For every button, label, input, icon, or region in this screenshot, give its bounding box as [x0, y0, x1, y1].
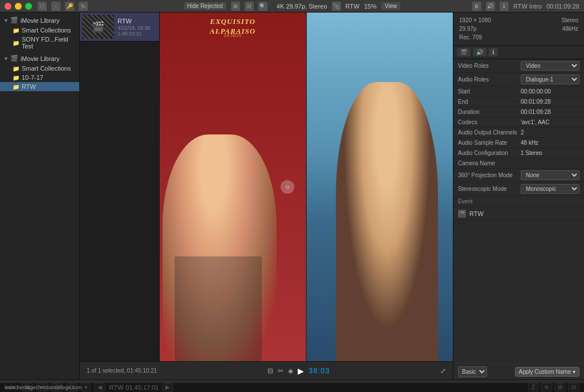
sample-rate-value: 48 kHz — [521, 140, 579, 146]
inspector-row-sample-rate: Audio Sample Rate 48 kHz — [453, 138, 584, 148]
sidebar-item-sony-fd[interactable]: 📁 SONY FD...Field Test — [0, 35, 79, 51]
clip-date: 4/22/18, 16:36 — [117, 25, 151, 31]
inspector-row-audio-config: Audio Configuration 1 Stereo — [453, 148, 584, 158]
inspector-row-camera-name: Camera Name — [453, 158, 584, 169]
maximize-button[interactable] — [25, 3, 32, 10]
refresh-icon[interactable]: ↻ — [79, 2, 88, 11]
audio-config-label: Audio Configuration — [458, 150, 521, 156]
clip-name: RTW — [117, 18, 151, 24]
play-button[interactable]: ▶ — [298, 366, 304, 375]
sample-rate-label: Audio Sample Rate — [458, 140, 521, 146]
chevron-icon-2: ▼ — [3, 56, 9, 62]
preview-container: 🎬 RTW 4/22/18, 16:36 1:45:10:21 EXQUISIT… — [80, 13, 453, 361]
monitor-icon[interactable]: 🖥 — [472, 2, 481, 11]
clip-mode-icon[interactable]: ✂ — [278, 367, 283, 375]
audio-tab[interactable]: 🔊 — [473, 48, 486, 56]
duration-value: 00:01:09:28 — [521, 109, 579, 115]
timecode-display: 00:01:09:28 — [546, 3, 579, 10]
preset-dropdown[interactable]: Basic — [458, 366, 487, 377]
inspector-panel: 1920 × 1080 29.97p Rec. 709 Stereo 48kHz… — [453, 13, 584, 379]
library-2-label: iMovie Library — [21, 55, 59, 62]
inspector-meta: 1920 × 1080 29.97p Rec. 709 — [459, 16, 491, 42]
sidebar-item-smart-collections-1[interactable]: 📁 Smart Collections — [0, 26, 79, 35]
audio-config-value: 1 Stereo — [521, 150, 579, 156]
inspector-event-rtw: 🎬 RTW — [453, 207, 584, 220]
sony-fd-label: SONY FD...Field Test — [22, 36, 76, 50]
selection-info: 1 of 1 selected, 01:45:10:21 — [87, 368, 157, 374]
chevron-icon: ▼ — [3, 18, 9, 23]
bottom-controls: 1 of 1 selected, 01:45:10:21 ⊟ ✂ ◈ ▶ 38:… — [80, 361, 453, 379]
titlebar-center: Hide Rejected ⊞ ⊟ 🔍 4K 29.97p, Stereo 📎 … — [184, 2, 400, 11]
inspector-row-stereo-mode: Stereoscopic Mode Monoscopic — [453, 182, 584, 196]
inspector-row-start: Start 00:00:00:00 — [453, 87, 584, 97]
sidebar-item-rtw[interactable]: 📁 RTW — [0, 82, 79, 91]
inspector-row-audio-channels: Audio Output Channels 2 — [453, 128, 584, 138]
fullscreen-icon[interactable]: ⤢ — [440, 367, 446, 375]
search-icon[interactable]: 🔍 — [258, 2, 267, 11]
codecs-value: 'avc1', AAC — [521, 119, 579, 125]
clip-duration: 1:45:10:21 — [117, 31, 151, 36]
library-1-label: iMovie Library — [21, 17, 59, 24]
framerate-label: 29.97p — [459, 24, 491, 33]
preview-area: 🎬 RTW 4/22/18, 16:36 1:45:10:21 EXQUISIT… — [80, 13, 453, 379]
sidebar-item-10-7-17[interactable]: 📁 10-7-17 — [0, 73, 79, 82]
info-tab[interactable]: ℹ — [489, 48, 498, 56]
main-preview[interactable]: EXQUISITOALPARAISO 24 NOV ○ — [160, 13, 453, 361]
filmstrip-area: 🎬 RTW 4/22/18, 16:36 1:45:10:21 — [80, 13, 160, 361]
library-icon: 🎬 — [10, 17, 18, 24]
stereo-mode-label: Stereoscopic Mode — [458, 186, 521, 192]
key-icon[interactable]: 🔑 — [65, 2, 74, 11]
folder-icon: 📁 — [13, 40, 19, 46]
stereo-mode-dropdown[interactable]: Monoscopic — [521, 184, 579, 194]
end-label: End — [458, 99, 521, 105]
smart-collections-1-label: Smart Collections — [22, 27, 71, 34]
clip-icon[interactable]: 📎 — [332, 2, 341, 11]
sidebar-library-2[interactable]: ▼ 🎬 iMovie Library — [0, 53, 79, 64]
view-button[interactable]: View — [381, 2, 400, 10]
project-title: RTW Intro — [513, 3, 542, 10]
filmstrip-item-rtw[interactable]: 🎬 RTW 4/22/18, 16:36 1:45:10:21 — [80, 13, 159, 42]
preview-left-panel: EXQUISITOALPARAISO 24 NOV ○ — [160, 13, 306, 361]
grid-icon[interactable]: ⊟ — [245, 2, 254, 11]
10-7-17-label: 10-7-17 — [22, 74, 43, 81]
timecode-display: 38:03 — [309, 366, 330, 375]
zoom-label: 15% — [364, 3, 376, 10]
sidebar-item-smart-collections-2[interactable]: 📁 Smart Collections — [0, 64, 79, 73]
start-value: 00:00:00:00 — [521, 88, 579, 95]
sidebar-library-1[interactable]: ▼ 🎬 iMovie Library — [0, 15, 79, 26]
video-roles-dropdown[interactable]: Video — [521, 61, 579, 71]
bottom-right-controls: ⤢ — [440, 367, 446, 375]
trim-icon[interactable]: ◈ — [288, 367, 293, 375]
inspector-content: Video Roles Video Audio Roles Dialogue-1… — [453, 59, 584, 364]
filter-icon[interactable]: ⊞ — [231, 2, 240, 11]
event-section-label: Event — [458, 198, 473, 205]
folder-icon: 📁 — [13, 66, 19, 72]
titlebar-icons: ⬡ ↑ 🔑 ↻ — [38, 2, 88, 11]
library-icon-2: 🎬 — [10, 55, 18, 62]
outdoor-person — [336, 82, 438, 361]
url-text: www.heritagechristiancollege.com — [5, 385, 82, 390]
playback-controls: ⊟ ✂ ◈ ▶ 38:03 — [267, 366, 330, 375]
inspector-event-section: Event — [453, 196, 584, 207]
minimize-button[interactable] — [15, 3, 22, 10]
sidebar: ▼ 🎬 iMovie Library 📁 Smart Collections 📁… — [0, 13, 80, 379]
speaker-icon[interactable]: 🔊 — [486, 2, 495, 11]
video-roles-label: Video Roles — [458, 63, 521, 69]
end-value: 00:01:09:28 — [521, 99, 579, 105]
hide-rejected-button[interactable]: Hide Rejected — [184, 2, 226, 10]
aspect-ratio-icon[interactable]: ⊟ — [267, 367, 273, 375]
smart-collections-2-label: Smart Collections — [22, 65, 71, 72]
library-icon[interactable]: ⬡ — [38, 2, 47, 11]
share-icon[interactable]: ↑ — [51, 2, 60, 11]
close-button[interactable] — [5, 3, 11, 10]
360-mode-dropdown[interactable]: None — [521, 170, 579, 180]
project-label: RTW — [346, 3, 360, 10]
apply-custom-name-button[interactable]: Apply Custom Name ▾ — [515, 367, 579, 377]
folder-icon: 📁 — [13, 27, 19, 34]
video-tab[interactable]: 🎬 — [457, 48, 471, 56]
event-name: RTW — [469, 210, 484, 217]
event-icon: 🎬 — [458, 210, 466, 218]
inspector-footer: Basic Apply Custom Name ▾ — [453, 364, 584, 379]
info-icon[interactable]: ℹ — [500, 2, 509, 11]
audio-roles-dropdown[interactable]: Dialogue-1 — [521, 75, 579, 84]
